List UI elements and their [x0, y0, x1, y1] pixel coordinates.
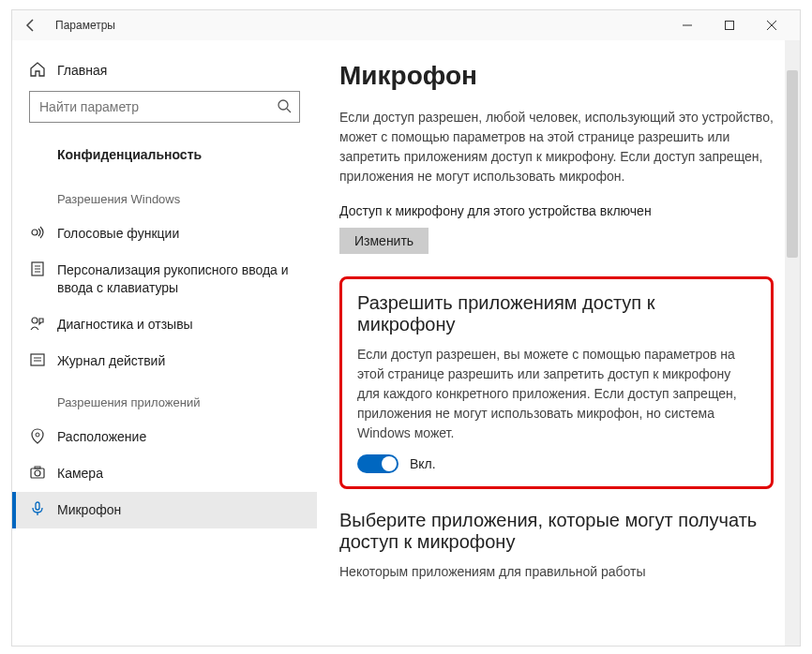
section-header-windows: Разрешения Windows [12, 175, 317, 216]
allow-text: Если доступ разрешен, вы можете с помощь… [357, 345, 756, 443]
home-label: Главная [57, 63, 107, 78]
camera-icon [29, 464, 46, 481]
svg-point-13 [36, 433, 39, 437]
svg-rect-17 [36, 502, 39, 510]
sidebar-item-voice[interactable]: Голосовые функции [12, 216, 317, 252]
toggle-state-label: Вкл. [410, 456, 436, 471]
svg-point-15 [35, 470, 40, 476]
allow-apps-section: Разрешить приложениям доступ к микрофону… [339, 276, 774, 489]
section-header-apps: Разрешения приложений [12, 379, 317, 419]
settings-window: Параметры Главная К [11, 9, 801, 647]
svg-point-9 [32, 318, 38, 323]
voice-icon [29, 224, 46, 241]
maximize-button[interactable] [708, 10, 750, 40]
sidebar-item-label: Персонализация рукописного ввода и ввода… [57, 261, 300, 297]
sidebar-item-label: Голосовые функции [57, 225, 179, 243]
search-box[interactable] [29, 91, 300, 123]
sidebar-item-inking[interactable]: Персонализация рукописного ввода и ввода… [12, 252, 317, 306]
feedback-icon [29, 315, 46, 332]
close-icon [767, 21, 776, 30]
sidebar-item-label: Диагностика и отзывы [57, 316, 193, 334]
sidebar-item-microphone[interactable]: Микрофон [12, 492, 317, 528]
change-button[interactable]: Изменить [339, 228, 429, 254]
close-button[interactable] [750, 10, 792, 40]
choose-apps-title: Выберите приложения, которые могут получ… [339, 510, 774, 553]
home-nav[interactable]: Главная [12, 57, 317, 91]
choose-apps-text: Некоторым приложениям для правильной раб… [339, 562, 774, 582]
body: Главная Конфиденциальность Разрешения Wi… [12, 40, 800, 646]
minimize-button[interactable] [666, 10, 708, 40]
allow-title: Разрешить приложениям доступ к микрофону [357, 292, 756, 335]
back-button[interactable] [20, 14, 42, 37]
svg-line-3 [287, 109, 291, 112]
svg-rect-10 [31, 354, 44, 365]
svg-rect-16 [35, 467, 40, 468]
svg-point-4 [32, 230, 38, 235]
search-input[interactable] [30, 99, 299, 114]
titlebar: Параметры [12, 10, 800, 40]
intro-text: Если доступ разрешен, любой человек, исп… [339, 108, 774, 186]
home-icon [29, 61, 46, 78]
sidebar-item-location[interactable]: Расположение [12, 419, 317, 455]
sidebar-item-activity[interactable]: Журнал действий [12, 343, 317, 379]
toggle-knob [382, 456, 397, 471]
sidebar-item-label: Камера [57, 465, 103, 483]
page-title: Микрофон [339, 61, 774, 91]
clipboard-icon [29, 260, 46, 277]
search-wrap [12, 91, 317, 141]
search-icon [277, 98, 292, 113]
sidebar-item-label: Микрофон [57, 501, 121, 519]
window-controls [666, 10, 792, 40]
history-icon [29, 351, 46, 368]
sidebar-item-label: Расположение [57, 428, 146, 446]
location-icon [29, 427, 46, 444]
content-pane: Микрофон Если доступ разрешен, любой чел… [317, 40, 800, 646]
toggle-row: Вкл. [357, 454, 756, 473]
scroll-thumb[interactable] [787, 70, 798, 258]
sidebar-item-diag[interactable]: Диагностика и отзывы [12, 306, 317, 343]
allow-apps-toggle[interactable] [357, 454, 398, 473]
access-status: Доступ к микрофону для этого устройства … [339, 203, 774, 218]
window-title: Параметры [55, 19, 115, 32]
sidebar: Главная Конфиденциальность Разрешения Wi… [12, 40, 317, 646]
category-label: Конфиденциальность [12, 141, 317, 175]
maximize-icon [725, 21, 734, 30]
sidebar-item-label: Журнал действий [57, 352, 165, 370]
sidebar-item-camera[interactable]: Камера [12, 455, 317, 492]
svg-rect-1 [725, 22, 733, 30]
back-arrow-icon [23, 18, 38, 33]
content-scrollbar[interactable] [785, 40, 800, 646]
minimize-icon [683, 21, 692, 30]
svg-point-2 [278, 100, 288, 110]
microphone-icon [29, 500, 46, 517]
